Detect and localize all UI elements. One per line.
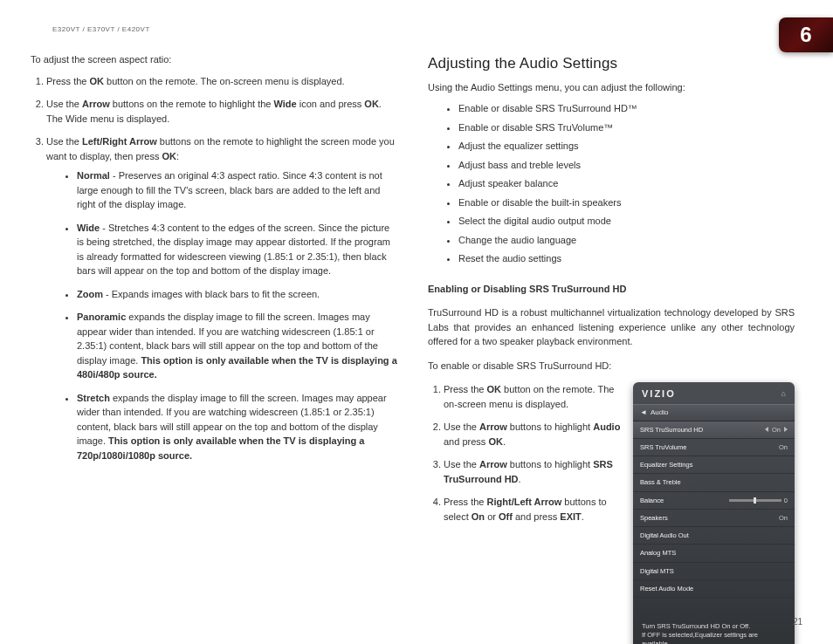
- menu-row-speakers: SpeakersOn: [633, 510, 795, 527]
- audio-bullet: Enable or disable the built-in speakers: [458, 195, 795, 210]
- srs-step-4: Press the Right/Left Arrow buttons to se…: [444, 495, 623, 524]
- balance-slider: [729, 499, 781, 502]
- home-icon: ⌂: [781, 388, 786, 401]
- srs-step-3: Use the Arrow buttons to highlight SRS T…: [444, 457, 623, 486]
- audio-bullet: Select the digital audio output mode: [458, 214, 795, 229]
- triangle-left-icon: [765, 427, 768, 432]
- srs-heading: Enabling or Disabling SRS TruSurround HD: [428, 282, 795, 297]
- aspect-step-3: Use the Left/Right Arrow buttons on the …: [46, 134, 397, 462]
- srs-step-2: Use the Arrow buttons to highlight Audio…: [444, 420, 623, 449]
- mode-stretch: Stretch expands the display image to fil…: [77, 391, 397, 463]
- back-arrow-icon: ◄: [640, 408, 647, 418]
- mode-zoom: Zoom - Expands images with black bars to…: [77, 287, 397, 302]
- menu-row-reset-audio: Reset Audio Mode: [633, 580, 795, 598]
- aspect-steps: Press the OK button on the remote. The o…: [31, 74, 397, 463]
- aspect-intro: To adjust the screen aspect ratio:: [31, 52, 397, 67]
- aspect-step-1: Press the OK button on the remote. The o…: [46, 74, 397, 89]
- menu-row-analog-mts: Analog MTS: [633, 545, 795, 562]
- aspect-modes: Normal - Preserves an original 4:3 aspec…: [46, 168, 397, 462]
- audio-title: Adjusting the Audio Settings: [428, 52, 795, 75]
- audio-bullet: Reset the audio settings: [458, 251, 795, 266]
- menu-row-srs-trusurround: SRS TruSurround HD On: [633, 421, 795, 439]
- menu-row-digital-audio-out: Digital Audio Out: [633, 527, 795, 545]
- triangle-right-icon: [784, 427, 788, 432]
- menu-breadcrumb: ◄ Audio: [633, 404, 795, 421]
- audio-bullet: Change the audio language: [458, 233, 795, 248]
- right-column: Adjusting the Audio Settings Using the A…: [428, 52, 795, 644]
- menu-row-equalizer: Equalizer Settings: [633, 456, 795, 474]
- menu-row-truvolume: SRS TruVolumeOn: [633, 439, 795, 456]
- menu-row-digital-mts: Digital MTS: [633, 563, 795, 580]
- srs-desc: TruSurround HD is a robust multichannel …: [428, 305, 795, 349]
- aspect-step-2: Use the Arrow buttons on the remote to h…: [46, 97, 397, 126]
- model-header: E320VT / E370VT / E420VT: [52, 24, 150, 35]
- menu-row-balance: Balance 0: [633, 492, 795, 510]
- audio-bullet: Adjust speaker balance: [458, 176, 795, 191]
- mode-normal: Normal - Preserves an original 4:3 aspec…: [77, 168, 397, 212]
- audio-bullet: Enable or disable SRS TruVolume™: [458, 120, 795, 135]
- audio-bullet: Adjust bass and treble levels: [458, 158, 795, 173]
- audio-bullet: Enable or disable SRS TruSurround HD™: [458, 101, 795, 116]
- menu-logo: VIZIO: [642, 387, 676, 401]
- srs-step-1: Press the OK button on the remote. The o…: [444, 382, 623, 411]
- chapter-badge: 6: [779, 17, 833, 52]
- menu-row-bass-treble: Bass & Treble: [633, 474, 795, 491]
- audio-bullets: Enable or disable SRS TruSurround HD™ En…: [428, 101, 795, 266]
- srs-intro: To enable or disable SRS TruSurround HD:: [428, 359, 795, 373]
- menu-help-text: Turn SRS TruSurround HD On or Off. If OF…: [633, 615, 795, 644]
- audio-bullet: Adjust the equalizer settings: [458, 139, 795, 154]
- srs-steps: Press the OK button on the remote. The o…: [428, 382, 623, 532]
- audio-intro: Using the Audio Settings menu, you can a…: [428, 80, 795, 95]
- left-column: To adjust the screen aspect ratio: Press…: [31, 52, 397, 644]
- audio-menu-panel: VIZIO ⌂ ◄ Audio SRS TruSurround HD On SR…: [633, 382, 795, 644]
- mode-wide: Wide - Stretches 4:3 content to the edge…: [77, 221, 397, 278]
- mode-panoramic: Panoramic expands the display image to f…: [77, 310, 397, 382]
- page-number: 21: [793, 615, 802, 628]
